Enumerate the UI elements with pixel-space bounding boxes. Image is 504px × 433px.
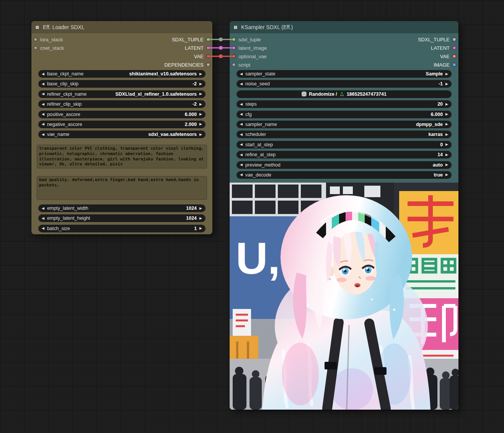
output-port-sdxl-tuple[interactable]: SDXL_TUPLE [418,36,456,42]
decrement-arrow-icon[interactable] [240,163,243,167]
widget-noise_seed[interactable]: noise_seed -1 [237,80,452,88]
increment-arrow-icon[interactable] [445,103,448,106]
widget-vae_name[interactable]: vae_name sdxl_vae.safetensors [38,131,206,138]
output-port-latent[interactable]: LATENT [185,45,210,51]
increment-arrow-icon[interactable] [445,173,448,176]
increment-arrow-icon[interactable] [199,123,202,126]
node-eff-loader-sdxl[interactable]: Eff. Loader SDXL lora_stack cnet_stack S… [31,21,212,234]
output-port-vae[interactable]: VAE [194,53,210,59]
increment-arrow-icon[interactable] [445,143,448,146]
port-dot[interactable] [206,46,210,50]
decrement-arrow-icon[interactable] [42,103,44,106]
input-port-cnet_stack[interactable]: cnet_stack [34,45,64,51]
port-dot[interactable] [206,63,210,67]
increment-arrow-icon[interactable] [445,82,448,86]
port-dot[interactable] [452,54,456,58]
widget-batch_size[interactable]: batch_size 1 [38,225,206,232]
increment-arrow-icon[interactable] [445,153,448,157]
widget-sampler_name[interactable]: sampler_name dpmpp_sde [237,121,452,128]
positive-prompt-textarea[interactable]: transparent color PVC clothing, transpar… [37,145,207,168]
widget-steps[interactable]: steps 20 [237,100,452,108]
input-port-latent_image[interactable]: latent_image [232,45,267,51]
node-header[interactable]: KSampler SDXL (Eff.) [230,21,458,33]
decrement-arrow-icon[interactable] [42,227,44,230]
widget-scheduler[interactable]: scheduler karras [237,131,452,138]
decrement-arrow-icon[interactable] [42,72,44,76]
node-ksampler-sdxl[interactable]: KSampler SDXL (Eff.) sdxl_tuple latent_i… [230,21,458,410]
seed-randomize-button[interactable]: Randomize / 186525247473741 [237,90,452,98]
increment-arrow-icon[interactable] [199,113,202,116]
port-dot[interactable] [232,38,236,41]
increment-arrow-icon[interactable] [445,72,448,76]
decrement-arrow-icon[interactable] [42,133,44,136]
port-label: optional_vae [238,54,267,59]
increment-arrow-icon[interactable] [199,92,202,96]
port-dot[interactable] [232,46,236,50]
increment-arrow-icon[interactable] [445,113,448,116]
decrement-arrow-icon[interactable] [240,153,243,157]
node-header[interactable]: Eff. Loader SDXL [31,21,212,33]
input-port-script[interactable]: script [232,62,250,68]
port-dot[interactable] [34,46,38,50]
widget-empty_latent_width[interactable]: empty_latent_width 1024 [38,204,206,212]
decrement-arrow-icon[interactable] [42,207,44,210]
decrement-arrow-icon[interactable] [42,92,44,96]
input-port-optional_vae[interactable]: optional_vae [232,53,267,59]
decrement-arrow-icon[interactable] [240,133,243,136]
decrement-arrow-icon[interactable] [240,113,243,116]
decrement-arrow-icon[interactable] [42,82,44,86]
decrement-arrow-icon[interactable] [240,82,243,86]
widget-negative_ascore[interactable]: negative_ascore 2.000 [38,121,206,128]
node-graph-canvas[interactable]: Eff. Loader SDXL lora_stack cnet_stack S… [0,0,504,433]
port-dot[interactable] [206,38,210,41]
decrement-arrow-icon[interactable] [42,217,44,220]
increment-arrow-icon[interactable] [199,227,202,230]
decrement-arrow-icon[interactable] [42,113,44,116]
preview-image[interactable]: U,K [230,183,458,410]
widget-base_clip_skip[interactable]: base_clip_skip -2 [38,80,206,88]
output-port-latent[interactable]: LATENT [431,45,456,51]
decrement-arrow-icon[interactable] [240,143,243,146]
decrement-arrow-icon[interactable] [240,173,243,176]
input-port-lora_stack[interactable]: lora_stack [34,36,63,42]
port-dot[interactable] [452,46,456,50]
output-port-image[interactable]: IMAGE [434,62,456,68]
port-dot[interactable] [452,38,456,41]
increment-arrow-icon[interactable] [445,123,448,126]
increment-arrow-icon[interactable] [199,82,202,86]
collapse-toggle-icon[interactable] [35,25,39,29]
widget-sampler_state[interactable]: sampler_state Sample [237,70,452,78]
widget-refine_at_step[interactable]: refine_at_step 14 [237,151,452,158]
widget-positive_ascore[interactable]: positive_ascore 6.000 [38,111,206,118]
collapse-toggle-icon[interactable] [233,25,238,29]
widget-preview_method[interactable]: preview_method auto [237,161,452,169]
widget-vae_decode[interactable]: vae_decode true [237,171,452,179]
port-dot[interactable] [206,54,210,58]
increment-arrow-icon[interactable] [199,133,202,136]
increment-arrow-icon[interactable] [445,163,448,167]
decrement-arrow-icon[interactable] [240,103,243,106]
widget-refiner_ckpt_name[interactable]: refiner_ckpt_name SDXL\sd_xl_refiner_1.0… [38,90,206,98]
increment-arrow-icon[interactable] [199,72,202,76]
widget-start_at_step[interactable]: start_at_step 0 [237,141,452,149]
widget-refiner_clip_skip[interactable]: refiner_clip_skip -2 [38,100,206,108]
port-dot[interactable] [232,63,236,67]
increment-arrow-icon[interactable] [199,217,202,220]
port-dot[interactable] [34,38,38,41]
widget-base_ckpt_name[interactable]: base_ckpt_name shikianimexl_v10.safetens… [38,70,206,78]
widget-empty_latent_height[interactable]: empty_latent_height 1024 [38,214,206,222]
increment-arrow-icon[interactable] [199,207,202,210]
negative-prompt-textarea[interactable]: bad quality, deformed,extra finger,bad h… [37,176,207,200]
port-dot[interactable] [232,54,236,58]
decrement-arrow-icon[interactable] [42,123,44,126]
increment-arrow-icon[interactable] [445,133,448,136]
output-port-dependencies[interactable]: DEPENDENCIES [164,62,210,68]
input-port-sdxl_tuple[interactable]: sdxl_tuple [232,36,261,42]
decrement-arrow-icon[interactable] [240,123,243,126]
port-dot[interactable] [452,63,456,67]
output-port-vae[interactable]: VAE [440,53,456,59]
decrement-arrow-icon[interactable] [240,72,243,76]
increment-arrow-icon[interactable] [199,103,202,106]
output-port-sdxl-tuple[interactable]: SDXL_TUPLE [172,36,210,42]
widget-cfg[interactable]: cfg 6.000 [237,111,452,118]
